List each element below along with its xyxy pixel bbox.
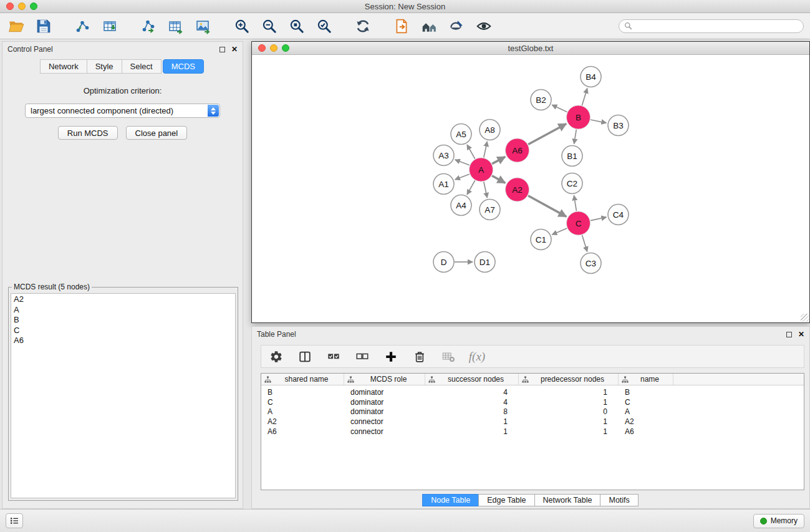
tab-motifs[interactable]: Motifs: [600, 494, 638, 506]
node-A7[interactable]: A7: [480, 200, 500, 220]
table-cell[interactable]: 1: [425, 417, 519, 426]
node-A5[interactable]: A5: [451, 124, 471, 145]
table-cell[interactable]: B: [619, 388, 673, 397]
table-row[interactable]: A6connector11A6: [261, 427, 804, 437]
zoom-in-button[interactable]: [232, 16, 252, 36]
edge-B-B4[interactable]: [582, 89, 587, 105]
column-header[interactable]: successor nodes: [425, 374, 519, 385]
node-D[interactable]: D: [433, 252, 454, 273]
tab-edge-table[interactable]: Edge Table: [478, 494, 534, 506]
run-mcds-button[interactable]: Run MCDS: [58, 126, 118, 140]
float-table-panel-icon[interactable]: [786, 332, 792, 337]
task-history-button[interactable]: [6, 513, 23, 528]
result-item[interactable]: A: [11, 305, 235, 316]
table-cell[interactable]: A6: [261, 427, 344, 436]
node-C1[interactable]: C1: [531, 230, 551, 250]
new-column-button[interactable]: [382, 348, 400, 365]
home-button[interactable]: [419, 16, 439, 36]
table-cell[interactable]: dominator: [344, 398, 425, 407]
network-zoom-button[interactable]: [282, 44, 289, 52]
node-D1[interactable]: D1: [475, 252, 495, 273]
node-B1[interactable]: B1: [562, 146, 582, 167]
node-C3[interactable]: C3: [581, 253, 601, 274]
edge-A-A4[interactable]: [467, 180, 475, 195]
float-panel-icon[interactable]: [219, 47, 225, 52]
table-cell[interactable]: A: [261, 407, 344, 416]
table-cell[interactable]: 1: [519, 398, 619, 407]
tab-style[interactable]: Style: [87, 59, 122, 74]
table-cell[interactable]: C: [619, 398, 673, 407]
tab-network[interactable]: Network: [40, 59, 87, 74]
zoom-fit-button[interactable]: [287, 16, 307, 36]
delete-table-button[interactable]: [440, 348, 457, 365]
edge-B-B2[interactable]: [552, 105, 567, 112]
edge-B-B1[interactable]: [574, 130, 577, 144]
table-cell[interactable]: 1: [425, 427, 519, 436]
node-B4[interactable]: B4: [581, 67, 601, 87]
close-table-panel-icon[interactable]: ✕: [798, 331, 804, 338]
table-cell[interactable]: 0: [519, 407, 619, 416]
edge-A-A1[interactable]: [455, 174, 470, 180]
table-cell[interactable]: 1: [519, 417, 619, 426]
table-cell[interactable]: 4: [425, 388, 519, 397]
show-columns-button[interactable]: [296, 348, 314, 365]
function-builder-button[interactable]: f(x): [468, 348, 486, 365]
refresh-layout-button[interactable]: [353, 16, 373, 36]
table-row[interactable]: Cdominator41C: [261, 397, 804, 407]
show-hide-details-button[interactable]: [474, 16, 494, 36]
table-cell[interactable]: A: [619, 407, 673, 416]
tab-mcds[interactable]: MCDS: [163, 59, 204, 74]
node-C2[interactable]: C2: [562, 173, 582, 194]
tab-node-table[interactable]: Node Table: [422, 494, 479, 506]
node-C[interactable]: C: [567, 211, 591, 235]
table-cell[interactable]: 1: [519, 388, 619, 397]
table-row[interactable]: Adominator80A: [261, 407, 804, 417]
edge-A6-B[interactable]: [528, 124, 566, 145]
edge-A-A5[interactable]: [467, 145, 475, 159]
column-header[interactable]: name: [619, 374, 673, 385]
edge-A-A7[interactable]: [484, 182, 488, 198]
graphics-details-button[interactable]: [446, 16, 466, 36]
import-network-button[interactable]: [72, 16, 92, 36]
node-B[interactable]: B: [567, 105, 591, 129]
table-cell[interactable]: B: [261, 388, 344, 397]
node-A[interactable]: A: [470, 158, 493, 181]
edge-A-A3[interactable]: [455, 160, 470, 165]
search-input[interactable]: [635, 22, 798, 31]
network-canvas[interactable]: B4B2BB3A5A8A6A3B1AA1C2A2A4A7C4CC1C3DD1: [252, 55, 809, 322]
deselect-all-rows-button[interactable]: [354, 348, 371, 365]
export-network-button[interactable]: [138, 16, 158, 36]
node-A8[interactable]: A8: [480, 120, 500, 140]
node-A4[interactable]: A4: [451, 195, 471, 216]
close-window-button[interactable]: [6, 2, 14, 10]
table-cell[interactable]: 8: [425, 407, 519, 416]
session-document-button[interactable]: [392, 16, 412, 36]
fullscreen-window-button[interactable]: [30, 2, 37, 10]
node-A1[interactable]: A1: [433, 174, 454, 195]
table-cell[interactable]: connector: [344, 427, 425, 436]
tab-network-table[interactable]: Network Table: [534, 494, 601, 506]
table-cell[interactable]: dominator: [344, 388, 425, 397]
network-window-titlebar[interactable]: testGlobe.txt: [252, 42, 809, 55]
node-B2[interactable]: B2: [531, 90, 551, 110]
edge-C-C3[interactable]: [582, 235, 587, 251]
tab-select[interactable]: Select: [122, 59, 162, 74]
table-row[interactable]: A2connector11A2: [261, 417, 804, 427]
export-image-button[interactable]: [193, 16, 213, 36]
node-A2[interactable]: A2: [506, 178, 529, 201]
mcds-result-list[interactable]: A2ABCA6: [11, 293, 236, 498]
node-B3[interactable]: B3: [608, 115, 629, 136]
table-cell[interactable]: dominator: [344, 407, 425, 416]
table-cell[interactable]: connector: [344, 417, 425, 426]
result-item[interactable]: B: [11, 315, 235, 326]
edge-C-C2[interactable]: [574, 195, 577, 211]
search-box[interactable]: [619, 19, 804, 33]
result-item[interactable]: A6: [11, 336, 235, 346]
table-cell[interactable]: C: [261, 398, 344, 407]
save-session-button[interactable]: [34, 16, 54, 36]
node-A3[interactable]: A3: [433, 145, 454, 166]
zoom-selected-button[interactable]: [314, 16, 334, 36]
table-settings-button[interactable]: [268, 348, 285, 365]
node-A6[interactable]: A6: [506, 138, 529, 162]
network-close-button[interactable]: [258, 44, 266, 52]
